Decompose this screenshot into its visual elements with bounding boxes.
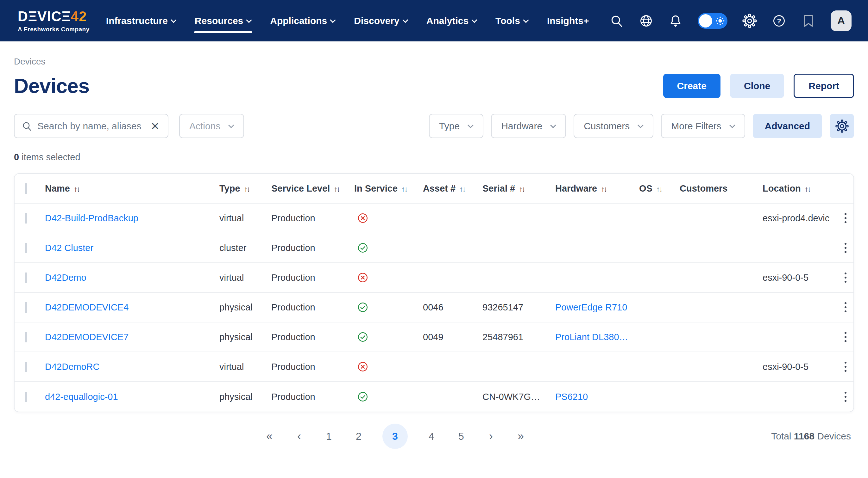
table-body: D42-Build-ProdBackup virtual Production … bbox=[14, 204, 854, 412]
nav-item-analytics[interactable]: Analytics bbox=[426, 12, 477, 29]
logo-text: DΞVICΞ bbox=[18, 8, 71, 24]
row-checkbox[interactable] bbox=[25, 332, 27, 342]
bookmark-icon[interactable] bbox=[801, 13, 816, 28]
device-name-link[interactable]: D42Demo bbox=[45, 273, 86, 283]
device42-logo[interactable]: DΞVICΞ42 A Freshworks Company bbox=[18, 9, 90, 32]
clear-search-icon[interactable]: ✕ bbox=[149, 121, 161, 132]
serial-number: 93265147 bbox=[483, 302, 555, 313]
row-checkbox[interactable] bbox=[25, 213, 27, 224]
device-name-link[interactable]: D42DEMODEVICE7 bbox=[45, 332, 128, 342]
column-header-os[interactable]: OS↑↓ bbox=[639, 183, 680, 194]
row-actions-kebab-icon[interactable] bbox=[840, 358, 852, 376]
pagination-prev[interactable]: ‹ bbox=[293, 431, 305, 442]
table-row: D42DemoRC virtual Production esxi-90-0-5 bbox=[14, 352, 854, 382]
clone-button[interactable]: Clone bbox=[730, 74, 784, 98]
table-settings-gear-icon[interactable] bbox=[830, 114, 854, 138]
globe-icon[interactable] bbox=[639, 13, 653, 28]
hardware-link[interactable]: PS6210 bbox=[555, 392, 588, 402]
svg-text:?: ? bbox=[777, 17, 781, 25]
pagination-page-2[interactable]: 2 bbox=[353, 431, 365, 441]
in-service-yes-icon bbox=[357, 331, 369, 343]
device-name-link[interactable]: d42-equallogic-01 bbox=[45, 392, 118, 402]
nav-item-resources[interactable]: Resources bbox=[195, 12, 252, 29]
search-icon[interactable] bbox=[609, 13, 624, 28]
column-header-name[interactable]: Name↑↓ bbox=[45, 183, 219, 194]
sort-icon: ↑↓ bbox=[519, 184, 525, 193]
create-button[interactable]: Create bbox=[663, 74, 720, 98]
report-button[interactable]: Report bbox=[794, 74, 854, 98]
pagination-last[interactable]: » bbox=[515, 431, 527, 442]
selection-count: 0 bbox=[14, 152, 19, 162]
chevron-down-icon bbox=[402, 17, 408, 23]
nav-item-insights[interactable]: Insights+ bbox=[547, 12, 589, 29]
asset-number: 0049 bbox=[423, 332, 483, 342]
settings-gear-icon[interactable] bbox=[742, 13, 757, 28]
filter-type[interactable]: Type bbox=[429, 114, 484, 138]
in-service-status bbox=[354, 301, 423, 313]
hardware-link[interactable]: ProLiant DL380… bbox=[555, 332, 628, 342]
pagination-first[interactable]: « bbox=[264, 431, 275, 442]
pagination-next[interactable]: › bbox=[485, 431, 497, 442]
in-service-status bbox=[354, 242, 423, 254]
row-checkbox[interactable] bbox=[25, 392, 27, 402]
breadcrumb[interactable]: Devices bbox=[14, 57, 45, 67]
filter-hardware[interactable]: Hardware bbox=[491, 114, 566, 138]
nav-item-tools[interactable]: Tools bbox=[495, 12, 529, 29]
device-name-link[interactable]: D42DemoRC bbox=[45, 362, 99, 372]
pagination-page-1[interactable]: 1 bbox=[323, 431, 335, 441]
filter-customers[interactable]: Customers bbox=[574, 114, 653, 138]
sort-icon: ↑↓ bbox=[601, 184, 607, 193]
chevron-down-icon bbox=[170, 17, 176, 23]
table-row: d42-equallogic-01 physical Production CN… bbox=[14, 382, 854, 412]
actions-dropdown[interactable]: Actions bbox=[179, 114, 244, 138]
select-all-checkbox[interactable] bbox=[25, 183, 27, 194]
chevron-down-icon bbox=[730, 122, 735, 128]
advanced-filters-button[interactable]: Advanced bbox=[753, 114, 822, 138]
asset-number: 0046 bbox=[423, 302, 483, 313]
column-header-location[interactable]: Location↑↓ bbox=[763, 183, 840, 194]
search-input[interactable] bbox=[37, 121, 144, 132]
device-name-link[interactable]: D42-Build-ProdBackup bbox=[45, 213, 138, 223]
row-actions-kebab-icon[interactable] bbox=[840, 299, 852, 316]
nav-item-infrastructure[interactable]: Infrastructure bbox=[106, 12, 176, 29]
pagination-page-5[interactable]: 5 bbox=[455, 431, 467, 441]
nav-item-discovery[interactable]: Discovery bbox=[354, 12, 408, 29]
row-checkbox[interactable] bbox=[25, 302, 27, 313]
column-header-asset[interactable]: Asset #↑↓ bbox=[423, 183, 483, 194]
row-actions-kebab-icon[interactable] bbox=[840, 269, 852, 286]
device-name-link[interactable]: D42 Cluster bbox=[45, 243, 93, 253]
device-name-link[interactable]: D42DEMODEVICE4 bbox=[45, 302, 128, 312]
row-checkbox[interactable] bbox=[25, 243, 27, 253]
table-row: D42DEMODEVICE7 physical Production 0049 … bbox=[14, 322, 854, 352]
hardware-link[interactable]: PowerEdge R710 bbox=[555, 302, 627, 312]
sort-icon: ↑↓ bbox=[656, 184, 662, 193]
logo-accent: 42 bbox=[71, 8, 87, 24]
column-header-in-service[interactable]: In Service↑↓ bbox=[354, 183, 423, 194]
pagination-page-4[interactable]: 4 bbox=[426, 431, 437, 441]
theme-toggle[interactable] bbox=[698, 13, 727, 29]
filter-more-filters[interactable]: More Filters bbox=[661, 114, 745, 138]
location-value: esxi-90-0-5 bbox=[763, 273, 840, 283]
in-service-status bbox=[354, 361, 423, 373]
column-header-customers[interactable]: Customers bbox=[680, 183, 763, 194]
column-header-type[interactable]: Type↑↓ bbox=[219, 183, 271, 194]
row-checkbox[interactable] bbox=[25, 273, 27, 283]
nav-item-applications[interactable]: Applications bbox=[270, 12, 336, 29]
row-actions-kebab-icon[interactable] bbox=[840, 209, 852, 227]
in-service-no-icon bbox=[357, 361, 369, 373]
row-actions-kebab-icon[interactable] bbox=[840, 388, 852, 406]
column-header-serial[interactable]: Serial #↑↓ bbox=[483, 183, 555, 194]
notifications-bell-icon[interactable] bbox=[668, 13, 683, 28]
serial-number: 25487961 bbox=[483, 332, 555, 342]
pagination-page-3-active[interactable]: 3 bbox=[382, 423, 408, 449]
row-checkbox[interactable] bbox=[25, 362, 27, 372]
help-icon[interactable]: ? bbox=[772, 13, 786, 28]
column-header-hardware[interactable]: Hardware↑↓ bbox=[555, 183, 639, 194]
device-type: virtual bbox=[219, 362, 271, 372]
sort-icon: ↑↓ bbox=[244, 184, 250, 193]
user-avatar[interactable]: A bbox=[831, 10, 851, 31]
row-actions-kebab-icon[interactable] bbox=[840, 328, 852, 346]
column-header-service-level[interactable]: Service Level↑↓ bbox=[271, 183, 354, 194]
row-actions-kebab-icon[interactable] bbox=[840, 239, 852, 257]
search-box[interactable]: ✕ bbox=[14, 114, 168, 138]
